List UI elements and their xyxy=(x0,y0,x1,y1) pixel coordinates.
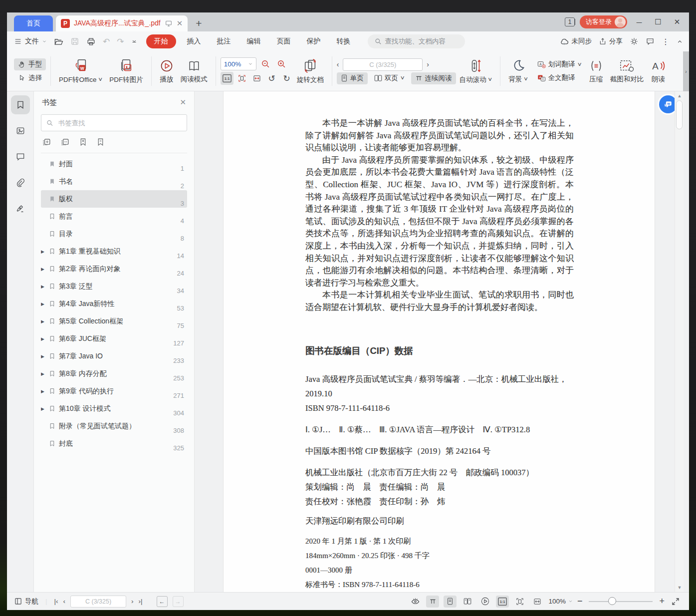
share-button[interactable]: 分享 xyxy=(599,37,623,46)
ribbon-overflow-strip[interactable]: › xyxy=(683,51,689,91)
fullscreen-icon[interactable] xyxy=(669,596,682,608)
scroll-up-icon[interactable]: ▲ xyxy=(677,93,683,98)
rotate-document-button[interactable]: 旋转文档 xyxy=(293,53,327,89)
pdf-to-image-button[interactable]: PDF转图片 xyxy=(106,53,147,89)
bookmark-search-box[interactable] xyxy=(41,114,187,131)
vertical-scrollbar[interactable]: ▲ ▼ xyxy=(675,91,684,592)
expand-caret-icon[interactable]: ▶ xyxy=(41,406,49,411)
settings-gear-icon[interactable] xyxy=(630,37,639,46)
remove-bookmark-icon[interactable] xyxy=(96,138,105,146)
global-search-input[interactable]: 查找功能、文档内容 xyxy=(368,34,465,48)
play-button[interactable]: 播放 xyxy=(156,53,177,89)
bookmark-item[interactable]: 附录（常见面试笔试题）308 xyxy=(41,417,187,435)
monitor-icon[interactable] xyxy=(165,19,173,27)
continuous-read-toggle[interactable] xyxy=(426,596,439,608)
rail-bookmarks-button[interactable] xyxy=(11,95,30,114)
single-page-toggle[interactable] xyxy=(444,596,457,608)
eye-protect-icon[interactable] xyxy=(409,596,422,608)
ribbon-tab-insert[interactable]: 插入 xyxy=(179,34,209,48)
bookmark-item[interactable]: ▶第2章 再论面向对象24 xyxy=(41,260,187,278)
double-page-button[interactable]: 双页 ˅ xyxy=(370,72,409,84)
double-page-toggle[interactable] xyxy=(461,596,474,608)
last-page-icon[interactable]: ›| xyxy=(139,598,143,605)
play-slideshow-icon[interactable] xyxy=(478,596,491,608)
ribbon-tab-comment[interactable]: 批注 xyxy=(209,34,239,48)
compress-button[interactable]: 压缩 xyxy=(586,53,607,89)
ribbon-tab-edit[interactable]: 编辑 xyxy=(239,34,269,48)
navigation-toggle[interactable]: 导航 xyxy=(14,597,38,606)
rotate-left-icon[interactable]: ↺ xyxy=(265,72,278,85)
zoom-in-button[interactable]: + xyxy=(659,596,665,607)
bookmark-item[interactable]: ▶第9章 代码的执行271 xyxy=(41,382,187,400)
single-page-button[interactable]: 单页 xyxy=(337,72,368,84)
bookmark-item[interactable]: 封底325 xyxy=(41,435,187,452)
expand-caret-icon[interactable]: ▶ xyxy=(41,371,49,376)
sync-status[interactable]: 未同步 xyxy=(559,37,592,46)
fit-width-toggle[interactable] xyxy=(531,596,544,608)
bookmark-item[interactable]: ▶第1章 重视基础知识14 xyxy=(41,243,187,260)
next-page-icon[interactable]: › xyxy=(427,60,429,68)
minimize-button[interactable]: ─ xyxy=(632,18,646,26)
expand-caret-icon[interactable]: ▶ xyxy=(41,354,49,359)
rail-thumbnails-button[interactable] xyxy=(11,121,30,140)
word-translate-button[interactable]: A 划词翻译 ˅ xyxy=(533,58,586,70)
more-menu-icon[interactable]: ⋮ xyxy=(662,37,670,46)
close-window-button[interactable]: ✕ xyxy=(670,17,684,26)
bookmark-item[interactable]: 封面1 xyxy=(41,155,187,173)
open-file-icon[interactable] xyxy=(54,37,63,46)
expand-caret-icon[interactable]: ▶ xyxy=(41,302,49,307)
expand-caret-icon[interactable]: ▶ xyxy=(41,267,49,272)
bookmark-item[interactable]: 目录8 xyxy=(41,225,187,243)
full-translate-button[interactable]: A文 全文翻译 xyxy=(533,72,586,84)
hand-tool-button[interactable]: 手型 xyxy=(14,58,46,70)
bookmark-item[interactable]: ▶第10章 设计模式304 xyxy=(41,400,187,417)
bookmark-search-input[interactable] xyxy=(57,119,182,127)
fit-page-toggle[interactable] xyxy=(513,596,526,608)
scrollbar-thumb[interactable] xyxy=(676,100,683,129)
ribbon-tab-protect[interactable]: 保护 xyxy=(299,34,329,48)
prev-page-icon[interactable]: ‹ xyxy=(63,598,66,605)
prev-page-icon[interactable]: ‹ xyxy=(337,60,339,68)
zoom-select[interactable]: 100% xyxy=(221,57,256,70)
zoom-out-button[interactable]: − xyxy=(577,596,583,607)
add-bookmark-icon[interactable] xyxy=(79,138,87,146)
expand-caret-icon[interactable]: ▶ xyxy=(41,319,49,324)
rail-signature-button[interactable] xyxy=(11,199,30,218)
fit-width-icon[interactable] xyxy=(250,72,263,85)
rail-comments-button[interactable] xyxy=(11,147,30,166)
bookmark-item[interactable]: ▶第5章 Collection框架75 xyxy=(41,312,187,330)
redo-icon[interactable]: ↷ xyxy=(117,36,124,47)
collapse-all-bookmarks-icon[interactable] xyxy=(60,137,70,147)
bookmark-item[interactable]: ▶第7章 Java IO233 xyxy=(41,347,187,365)
ribbon-tab-page[interactable]: 页面 xyxy=(269,34,299,48)
expand-caret-icon[interactable]: ▶ xyxy=(41,389,49,394)
auto-scroll-button[interactable]: 自动滚动 ˅ xyxy=(456,53,496,89)
read-aloud-button[interactable]: A 朗读 xyxy=(647,53,669,89)
rotate-right-icon[interactable]: ↻ xyxy=(280,72,293,85)
tab-document[interactable]: P JAVA高级程序...试宝典_.pdf ✕ xyxy=(56,15,188,31)
bookmark-item[interactable]: 前言4 xyxy=(41,208,187,225)
next-page-icon[interactable]: › xyxy=(131,598,134,605)
fit-page-icon[interactable] xyxy=(235,72,248,85)
feedback-icon[interactable] xyxy=(646,37,655,46)
rail-attachments-button[interactable] xyxy=(11,173,30,192)
zoom-slider-handle[interactable] xyxy=(608,597,616,605)
document-viewport[interactable]: 本书是一本讲解 Java 高级程序员面试笔试的百科全书，在写法上，除了讲解如何解… xyxy=(195,91,689,592)
zoom-slider[interactable] xyxy=(589,601,653,602)
zoom-out-icon[interactable] xyxy=(259,57,272,70)
expand-caret-icon[interactable]: ▶ xyxy=(41,284,49,289)
file-menu[interactable]: 文件 xyxy=(14,37,47,46)
bookmark-item[interactable]: ▶第8章 内存分配253 xyxy=(41,365,187,382)
maximize-button[interactable]: ☐ xyxy=(651,17,665,26)
bookmark-item[interactable]: ▶第6章 JUC框架127 xyxy=(41,330,187,347)
bookmark-item[interactable]: ▶第4章 Java新特性53 xyxy=(41,295,187,312)
expand-caret-icon[interactable]: ▶ xyxy=(41,336,49,341)
continuous-read-button[interactable]: 连续阅读 xyxy=(411,72,456,84)
collapse-ribbon-icon[interactable] xyxy=(677,38,683,45)
close-tab-icon[interactable]: ✕ xyxy=(177,19,183,28)
actual-size-toggle[interactable]: 1:1 xyxy=(496,596,509,608)
undo-icon[interactable]: ↶ xyxy=(103,36,110,47)
history-back-button[interactable]: ← xyxy=(157,596,168,607)
read-mode-button[interactable]: 阅读模式 xyxy=(177,53,211,89)
new-tab-button[interactable]: + xyxy=(196,17,202,31)
